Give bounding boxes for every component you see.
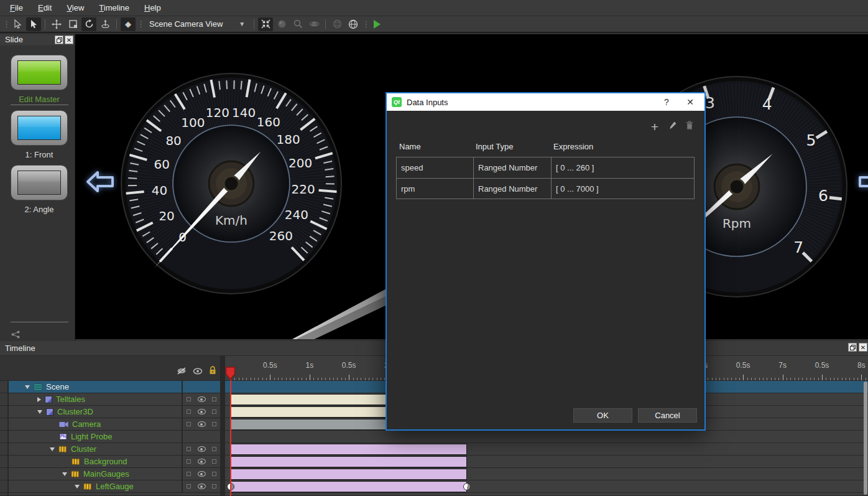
timeline-track-background[interactable]: [225, 456, 868, 468]
timeline-tree-row-camera[interactable]: Camera: [0, 418, 220, 431]
timeline-tree-row-leftgauge[interactable]: LeftGauge: [0, 480, 220, 493]
menu-file[interactable]: File: [2, 0, 30, 16]
row-label[interactable]: Scene: [46, 382, 69, 391]
move-tool-icon[interactable]: [49, 17, 64, 31]
timeline-tree-row-background[interactable]: Background: [0, 456, 220, 468]
visibility-toggle[interactable]: [198, 396, 206, 402]
playhead-line[interactable]: [230, 368, 231, 496]
shy-toggle[interactable]: [187, 397, 191, 401]
select-group-tool-icon[interactable]: [26, 17, 41, 31]
slide-1-front[interactable]: 1: Front: [11, 110, 68, 159]
time-bar[interactable]: [231, 481, 467, 492]
expander-icon[interactable]: [25, 385, 30, 389]
lock-toggle[interactable]: [212, 447, 216, 451]
delete-data-input-button[interactable]: [686, 121, 693, 133]
menu-timeline[interactable]: Timeline: [91, 0, 137, 16]
row-label[interactable]: Camera: [72, 419, 101, 429]
row-label[interactable]: Cluster: [71, 444, 96, 454]
local-global-axis-icon[interactable]: [98, 17, 113, 31]
expander-icon[interactable]: [75, 485, 80, 489]
shy-toggle[interactable]: [187, 472, 191, 476]
wireframe-globe-icon[interactable]: [346, 17, 361, 31]
lock-icon[interactable]: [209, 366, 216, 377]
fit-selected-icon[interactable]: [258, 17, 273, 31]
visibility-toggle[interactable]: [198, 471, 206, 477]
time-bar[interactable]: [231, 456, 467, 467]
timeline-scrollbar[interactable]: [864, 381, 867, 495]
table-row-rpm[interactable]: rpm Ranged Number [ 0 ... 7000 ]: [397, 178, 694, 199]
expander-icon[interactable]: [62, 472, 67, 476]
row-label[interactable]: Background: [84, 457, 127, 466]
row-label[interactable]: Cluster3D: [57, 407, 93, 416]
shy-toggle[interactable]: [187, 422, 191, 426]
keyframe-marker[interactable]: [463, 483, 471, 490]
scale-tool-icon[interactable]: [65, 17, 80, 31]
slide-edit-master[interactable]: Edit Master: [11, 55, 68, 104]
lock-toggle[interactable]: [212, 472, 216, 476]
menu-view[interactable]: View: [59, 0, 91, 16]
dialog-help-button[interactable]: ?: [657, 93, 676, 111]
close-panel-button[interactable]: ✕: [65, 35, 73, 44]
timeline-track-maingauges[interactable]: [225, 468, 868, 480]
rotate-tool-icon[interactable]: [81, 17, 96, 31]
shy-toggle[interactable]: [187, 409, 191, 414]
timeline-track-cluster[interactable]: [225, 443, 868, 456]
timeline-tree-row-cluster3d[interactable]: Cluster3D: [0, 406, 220, 418]
toolbar-grip-icon[interactable]: ⋮: [2, 19, 9, 29]
lock-toggle[interactable]: [212, 409, 216, 414]
shy-toggle[interactable]: [187, 447, 191, 451]
speedometer-gauge[interactable]: 020406080100120140160180200220240260Km/h: [113, 65, 349, 302]
expander-icon[interactable]: [50, 447, 55, 451]
visibility-toggle[interactable]: [198, 459, 206, 464]
row-label[interactable]: Telltales: [56, 395, 85, 404]
menu-help[interactable]: Help: [137, 0, 169, 16]
time-bar[interactable]: [231, 444, 467, 455]
lock-toggle[interactable]: [212, 397, 216, 401]
timeline-tree-row-light-probe[interactable]: Light Probe: [0, 431, 220, 443]
row-label[interactable]: Light Probe: [71, 432, 113, 441]
shading-mode-icon[interactable]: [274, 17, 289, 31]
timeline-splitter[interactable]: [220, 356, 225, 496]
camera-view-select[interactable]: Scene Camera View ▼: [144, 17, 250, 31]
cancel-button[interactable]: Cancel: [638, 408, 697, 423]
playhead-handle[interactable]: [225, 367, 236, 380]
close-panel-button[interactable]: ✕: [859, 343, 867, 352]
expander-icon[interactable]: [37, 410, 42, 414]
visibility-toggle[interactable]: [198, 409, 206, 414]
visibility-toggle[interactable]: [198, 446, 206, 452]
row-label[interactable]: LeftGauge: [96, 482, 134, 491]
lock-toggle[interactable]: [212, 459, 216, 464]
timeline-tree-row-scene[interactable]: Scene: [0, 381, 220, 393]
table-row-speed[interactable]: speed Ranged Number [ 0 ... 260 ]: [397, 157, 694, 178]
expander-icon[interactable]: [37, 397, 41, 402]
timeline-tree-row-cluster[interactable]: Cluster: [0, 443, 220, 456]
dialog-title-bar[interactable]: Qt Data Inputs ? ✕: [387, 93, 704, 111]
toolbar-grip-icon[interactable]: ⋮: [362, 19, 368, 29]
add-data-input-button[interactable]: +: [649, 121, 660, 133]
row-label[interactable]: MainGauges: [83, 469, 129, 479]
select-item-tool-icon[interactable]: [10, 17, 25, 31]
timeline-tree-row-maingauges[interactable]: MainGauges: [0, 468, 220, 480]
dialog-close-button[interactable]: ✕: [681, 93, 699, 111]
visibility-toggle[interactable]: [198, 421, 206, 427]
shy-toggle[interactable]: [187, 459, 191, 464]
autokeyframe-icon[interactable]: ◆: [121, 17, 136, 31]
menu-edit[interactable]: Edit: [30, 0, 59, 16]
orbit-camera-icon[interactable]: [307, 17, 321, 31]
shy-toggle[interactable]: [187, 484, 191, 489]
lock-toggle[interactable]: [212, 422, 216, 426]
float-panel-button[interactable]: [848, 343, 857, 352]
timeline-track-light-probe[interactable]: [225, 431, 868, 443]
shy-toggle-icon[interactable]: [177, 366, 187, 377]
preview-play-button[interactable]: [369, 17, 384, 31]
share-icon[interactable]: [11, 330, 20, 341]
timeline-tree-row-telltales[interactable]: Telltales: [0, 393, 220, 406]
zoom-tool-icon[interactable]: [290, 17, 305, 31]
float-panel-button[interactable]: [55, 35, 63, 44]
slide-2-angle[interactable]: 2: Angle: [11, 165, 68, 214]
edit-data-input-button[interactable]: [669, 121, 677, 133]
lock-toggle[interactable]: [212, 484, 216, 489]
timeline-track-leftgauge[interactable]: [225, 480, 868, 493]
ok-button[interactable]: OK: [573, 408, 632, 423]
time-bar[interactable]: [231, 469, 467, 480]
